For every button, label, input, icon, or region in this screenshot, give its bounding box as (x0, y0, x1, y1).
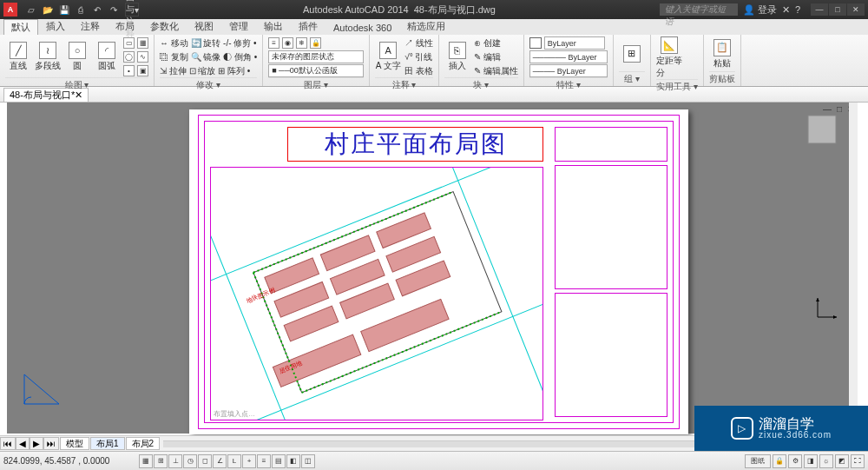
hw-accel-icon[interactable]: ☼ (819, 454, 833, 468)
layer-state-dropdown[interactable]: 未保存的图层状态 (268, 50, 364, 63)
ellipse-icon[interactable]: ◯ (123, 51, 135, 63)
panel-util-title[interactable]: 实用工具 ▾ (656, 79, 698, 94)
drawing-canvas[interactable]: — □ ✕ 村庄平面布局图 (7, 103, 858, 434)
panel-layers-title[interactable]: 图层 ▾ (268, 77, 364, 92)
ws-switch-icon[interactable]: ◨ (804, 454, 818, 468)
text-button[interactable]: AA 文字 (375, 36, 401, 77)
group-button[interactable]: ⊞ (619, 36, 645, 71)
tab-a360[interactable]: Autodesk 360 (326, 21, 399, 35)
ducs-button[interactable]: L (227, 454, 241, 468)
help-icon[interactable]: ? (795, 4, 800, 15)
leader-button[interactable]: √° 引线 (404, 50, 433, 63)
tab-featured[interactable]: 精选应用 (399, 18, 453, 35)
tab-layout2[interactable]: 布局2 (126, 437, 161, 450)
modify-row1[interactable]: ↔ 移动 🔄 旋转 -/- 修剪 • (160, 36, 257, 50)
lwt-button[interactable]: ≡ (257, 454, 271, 468)
exchange-icon[interactable]: ✕ (782, 4, 790, 16)
qat-undo-icon[interactable]: ↶ (90, 3, 104, 17)
edit-block-button[interactable]: ✎ 编辑 (474, 50, 518, 63)
ucs-icon[interactable] (814, 295, 840, 321)
layer-lock-icon[interactable]: 🔒 (310, 37, 321, 49)
side-box-3[interactable] (555, 293, 667, 417)
panel-block-title[interactable]: 块 ▾ (444, 77, 518, 92)
sc-button[interactable]: ◫ (301, 454, 315, 468)
create-block-button[interactable]: ⊕ 创建 (474, 36, 518, 50)
hatch-icon[interactable]: ▦ (137, 37, 148, 49)
paste-button[interactable]: 📋粘贴 (709, 36, 735, 71)
isolate-icon[interactable]: ◩ (835, 454, 849, 468)
panel-modify-title[interactable]: 修改 ▾ (160, 77, 257, 92)
app-logo-icon[interactable]: A (3, 3, 17, 17)
panel-draw-title[interactable]: 绘图 ▾ (5, 77, 148, 92)
paper-button[interactable]: 图纸 (745, 454, 771, 468)
tab-output[interactable]: 输出 (256, 18, 291, 35)
lineweight-dropdown[interactable]: ────── ByLayer (529, 50, 608, 63)
linetype-dropdown[interactable]: ──── ByLayer (529, 64, 608, 77)
region-icon[interactable]: ▣ (137, 65, 148, 76)
modify-row2[interactable]: ⿻ 复制 🔍 镜像 ◐ 倒角 • (160, 50, 257, 63)
tab-model[interactable]: 模型 (60, 437, 89, 450)
layer-freeze-icon[interactable]: ❄ (296, 37, 307, 49)
grid-button[interactable]: ⊞ (154, 454, 168, 468)
measure-button[interactable]: 📐定距等分 (656, 36, 682, 79)
linear-dim-button[interactable]: ↗ 线性 (404, 36, 433, 50)
snap-button[interactable]: ▦ (139, 454, 153, 468)
tab-layout1[interactable]: 布局1 (90, 437, 125, 450)
ann-vis-icon[interactable]: ⚙ (788, 454, 802, 468)
osnap-button[interactable]: ◻ (198, 454, 212, 468)
circle-button[interactable]: ○圆 (64, 36, 90, 77)
tab-view[interactable]: 视图 (187, 18, 221, 35)
table-button[interactable]: 田 表格 (404, 64, 433, 77)
modify-row3[interactable]: ⇲ 拉伸 ⊡ 缩放 ⊞ 阵列 • (160, 64, 257, 77)
tab-insert[interactable]: 插入 (38, 18, 73, 35)
ann-scale-icon[interactable]: 🔒 (773, 454, 786, 468)
panel-props-title[interactable]: 特性 ▾ (529, 77, 608, 92)
polar-button[interactable]: ◷ (183, 454, 197, 468)
qat-open-icon[interactable]: 📂 (41, 3, 55, 17)
tab-annotate[interactable]: 注释 (73, 18, 108, 35)
color-dropdown[interactable]: ByLayer (544, 36, 605, 50)
side-box-2[interactable] (555, 165, 667, 289)
point-icon[interactable]: • (123, 65, 135, 76)
tab-plugins[interactable]: 插件 (291, 18, 326, 35)
panel-group-title[interactable]: 组 ▾ (619, 71, 645, 86)
edit-attr-button[interactable]: ✎ 编辑属性 (474, 64, 518, 77)
tab-default[interactable]: 默认 (3, 19, 38, 35)
signin-button[interactable]: 👤 登录 (743, 3, 777, 17)
help-search-input[interactable]: 键入关键字或短语 (660, 3, 738, 16)
viewcube-icon[interactable] (802, 109, 842, 149)
restore-button[interactable]: □ (829, 3, 846, 16)
qat-save-icon[interactable]: 💾 (57, 3, 71, 17)
panel-annot-title[interactable]: 注释 ▾ (375, 77, 433, 92)
tab-last-icon[interactable]: ⏭ (43, 437, 59, 450)
tab-first-icon[interactable]: ⏮ (0, 437, 16, 450)
layer-off-icon[interactable]: ◉ (282, 37, 293, 49)
qp-button[interactable]: ◧ (286, 454, 300, 468)
qat-redo-icon[interactable]: ↷ (107, 3, 121, 17)
color-swatch[interactable] (529, 37, 542, 49)
close-button[interactable]: ✕ (847, 3, 865, 16)
tab-parametric[interactable]: 参数化 (142, 18, 187, 35)
current-layer-dropdown[interactable]: ■ ──00默认公函版 (268, 64, 364, 77)
rect-icon[interactable]: ▭ (123, 37, 135, 49)
layer-prop-icon[interactable]: ≡ (268, 37, 279, 49)
tab-prev-icon[interactable]: ◀ (16, 437, 30, 450)
nav-bar[interactable] (849, 103, 858, 416)
polyline-button[interactable]: ≀多段线 (35, 36, 61, 77)
otrack-button[interactable]: ∠ (213, 454, 227, 468)
tab-manage[interactable]: 管理 (221, 18, 256, 35)
qat-new-icon[interactable]: ▱ (24, 3, 38, 17)
arc-button[interactable]: ◜圆弧 (94, 36, 120, 77)
minimize-button[interactable]: — (811, 3, 828, 16)
spline-icon[interactable]: ∿ (137, 51, 148, 63)
side-box-1[interactable] (555, 127, 667, 162)
insert-block-button[interactable]: ⎘插入 (444, 36, 470, 77)
panel-clip-title[interactable]: 剪贴板 (709, 71, 735, 86)
clean-screen-icon[interactable]: ⛶ (851, 454, 865, 468)
tab-layout[interactable]: 布局 (108, 18, 142, 35)
tpy-button[interactable]: ▤ (272, 454, 286, 468)
main-viewport[interactable]: 地块图示例 居住用地 (210, 167, 543, 420)
ortho-button[interactable]: ⊥ (168, 454, 182, 468)
layout-triangle-icon[interactable] (23, 371, 61, 406)
tab-next-icon[interactable]: ▶ (30, 437, 43, 450)
